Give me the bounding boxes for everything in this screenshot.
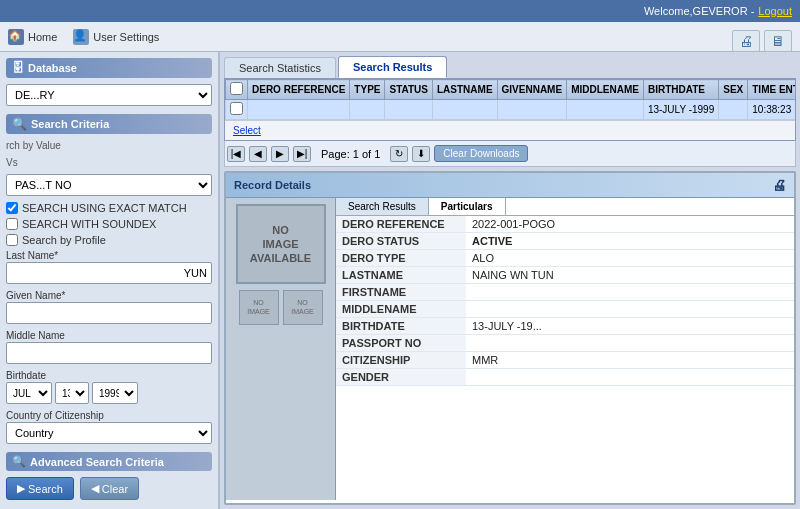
first-page-btn[interactable]: |◀ xyxy=(227,146,245,162)
profile-row: Search by Profile xyxy=(6,234,212,246)
details-field-value: 13-JULY -19... xyxy=(466,318,794,335)
print-icon-btn[interactable]: 🖨 xyxy=(732,30,760,52)
home-icon: 🏠 xyxy=(8,29,24,45)
home-nav[interactable]: 🏠 Home xyxy=(8,29,57,45)
database-icon: 🗄 xyxy=(12,61,24,75)
select-all-checkbox[interactable] xyxy=(230,82,243,95)
nav-bar: 🏠 Home 👤 User Settings 🖨 🖥 xyxy=(0,22,800,52)
lastname-row: Last Name* xyxy=(6,250,212,284)
lastname-label: Last Name* xyxy=(6,250,212,261)
details-field-value: NAING WN TUN xyxy=(466,267,794,284)
refresh-btn[interactable]: ↻ xyxy=(390,146,408,162)
database-label: Database xyxy=(28,62,77,74)
button-row: ▶ Search ◀ Clear xyxy=(6,477,212,500)
last-page-btn[interactable]: ▶| xyxy=(293,146,311,162)
details-table-row: BIRTHDATE13-JULY -19... xyxy=(336,318,794,335)
details-field-label: BIRTHDATE xyxy=(336,318,466,335)
search-criteria-header: 🔍 Search Criteria xyxy=(6,114,212,134)
col-time-entered: TIME ENTERED xyxy=(748,80,796,100)
page-label: Page: 1 of 1 xyxy=(321,148,380,160)
advanced-criteria-header[interactable]: 🔍 Advanced Search Criteria xyxy=(6,452,212,471)
birthdate-year-select[interactable]: 1999 xyxy=(92,382,138,404)
database-row: DE...RY xyxy=(6,84,212,106)
details-table-row: FIRSTNAME xyxy=(336,284,794,301)
details-field-value: ALO xyxy=(466,250,794,267)
welcome-text: Welcome,GEVEROR - xyxy=(644,5,754,17)
lastname-input[interactable] xyxy=(6,262,212,284)
user-icon: 👤 xyxy=(73,29,89,45)
details-field-label: DERO TYPE xyxy=(336,250,466,267)
search-criteria-label: Search Criteria xyxy=(31,118,109,130)
col-givenname: GIVENNAME xyxy=(497,80,567,100)
monitor-icon-btn[interactable]: 🖥 xyxy=(764,30,792,52)
details-tab-particulars[interactable]: Particulars xyxy=(429,198,506,215)
details-field-label: FIRSTNAME xyxy=(336,284,466,301)
exact-match-checkbox[interactable] xyxy=(6,202,18,214)
details-table-row: GENDER xyxy=(336,369,794,386)
no-image-small-row: NOIMAGE NOIMAGE xyxy=(239,290,323,325)
profile-checkbox[interactable] xyxy=(6,234,18,246)
details-field-label: CITIZENSHIP xyxy=(336,352,466,369)
details-field-value xyxy=(466,335,794,352)
details-field-value: ACTIVE xyxy=(466,233,794,250)
row-type xyxy=(350,100,385,120)
results-table-container: DERO REFERENCE TYPE STATUS LASTNAME GIVE… xyxy=(224,78,796,141)
country-row: Country of Citizenship Country xyxy=(6,410,212,444)
country-label: Country of Citizenship xyxy=(6,410,212,421)
record-details-container: Record Details 🖨 NOIMAGEAVAILABLE NOIMAG… xyxy=(224,171,796,505)
birthdate-day-select[interactable]: 13 xyxy=(55,382,89,404)
details-table-row: DERO STATUSACTIVE xyxy=(336,233,794,250)
row-checkbox[interactable] xyxy=(230,102,243,115)
sidebar: 🗄 Database DE...RY 🔍 Search Criteria rch… xyxy=(0,52,220,509)
search-by-value-row: rch by Value xyxy=(6,140,212,151)
col-birthdate: BIRTHDATE xyxy=(643,80,718,100)
row-status xyxy=(385,100,433,120)
advanced-label: Advanced Search Criteria xyxy=(30,456,164,468)
birthdate-inputs: JUL 13 1999 xyxy=(6,382,212,404)
tab-results[interactable]: Search Results xyxy=(338,56,447,78)
logout-link[interactable]: Logout xyxy=(758,5,792,17)
birthdate-label: Birthdate xyxy=(6,370,212,381)
clear-button[interactable]: ◀ Clear xyxy=(80,477,139,500)
birthdate-month-select[interactable]: JUL xyxy=(6,382,52,404)
details-tab-search-results[interactable]: Search Results xyxy=(336,198,429,215)
next-page-btn[interactable]: ▶ xyxy=(271,146,289,162)
col-sex: SEX xyxy=(719,80,748,100)
no-image-text: NOIMAGEAVAILABLE xyxy=(250,223,311,266)
details-tabs-row: Search Results Particulars xyxy=(336,198,794,216)
givenname-input[interactable] xyxy=(6,302,212,324)
search-type-select[interactable]: PAS...T NO xyxy=(6,174,212,196)
user-settings-nav[interactable]: 👤 User Settings xyxy=(73,29,159,45)
download-btn[interactable]: ⬇ xyxy=(412,146,430,162)
database-select[interactable]: DE...RY xyxy=(6,84,212,106)
middlename-input[interactable] xyxy=(6,342,212,364)
select-link[interactable]: Select xyxy=(229,123,265,138)
country-select[interactable]: Country xyxy=(6,422,212,444)
exact-match-row: SEARCH USING EXACT MATCH xyxy=(6,202,212,214)
givenname-label: Given Name* xyxy=(6,290,212,301)
details-table-container: DERO REFERENCE2022-001-POGODERO STATUSAC… xyxy=(336,216,794,500)
details-table-row: DERO REFERENCE2022-001-POGO xyxy=(336,216,794,233)
col-dero-ref: DERO REFERENCE xyxy=(248,80,350,100)
details-field-label: DERO REFERENCE xyxy=(336,216,466,233)
details-table-row: DERO TYPEALO xyxy=(336,250,794,267)
results-table: DERO REFERENCE TYPE STATUS LASTNAME GIVE… xyxy=(225,79,796,120)
soundex-checkbox[interactable] xyxy=(6,218,18,230)
row-givenname xyxy=(497,100,567,120)
details-table-row: CITIZENSHIPMMR xyxy=(336,352,794,369)
record-details-title: Record Details xyxy=(234,179,311,191)
prev-page-btn[interactable]: ◀ xyxy=(249,146,267,162)
search-icon: 🔍 xyxy=(12,117,27,131)
clear-arrow-icon: ◀ xyxy=(91,482,99,495)
tab-statistics[interactable]: Search Statistics xyxy=(224,57,336,78)
soundex-label: SEARCH WITH SOUNDEX xyxy=(22,218,156,230)
details-table-row: MIDDLENAME xyxy=(336,301,794,318)
tabs-row: Search Statistics Search Results xyxy=(224,56,796,78)
advanced-icon: 🔍 xyxy=(12,455,26,468)
details-field-label: LASTNAME xyxy=(336,267,466,284)
record-details-body: NOIMAGEAVAILABLE NOIMAGE NOIMAGE Search … xyxy=(226,198,794,500)
search-button[interactable]: ▶ Search xyxy=(6,477,74,500)
givenname-row: Given Name* xyxy=(6,290,212,324)
clear-downloads-btn[interactable]: Clear Downloads xyxy=(434,145,528,162)
birthdate-row: Birthdate JUL 13 1999 xyxy=(6,370,212,404)
